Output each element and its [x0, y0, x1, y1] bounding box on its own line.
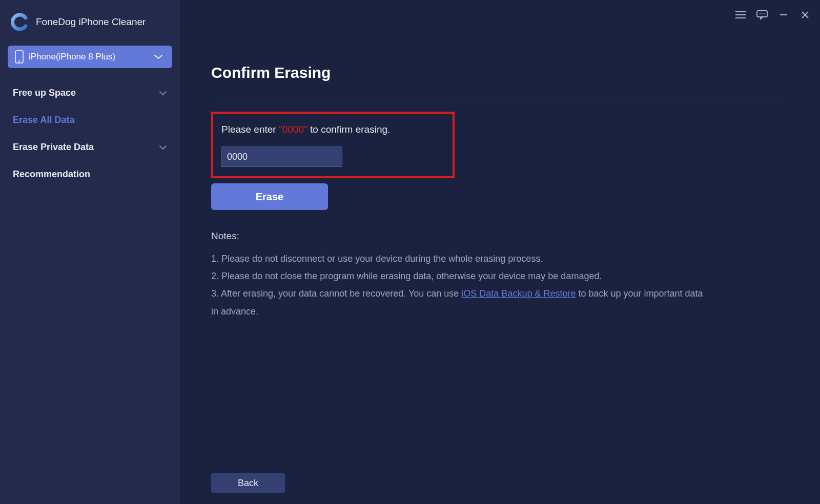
logo-row: FoneDog iPhone Cleaner — [8, 8, 172, 46]
sidebar-item-label: Erase All Data — [13, 115, 167, 125]
svg-point-6 — [760, 13, 761, 14]
notes-title: Notes: — [211, 230, 789, 242]
close-button[interactable] — [796, 7, 814, 23]
titlebar-controls — [732, 7, 814, 23]
phone-icon — [15, 50, 24, 64]
minimize-button[interactable] — [775, 7, 792, 23]
feedback-button[interactable] — [753, 7, 771, 23]
confirm-prefix: Please enter — [221, 124, 279, 135]
sidebar-item-free-up-space[interactable]: Free up Space — [8, 79, 172, 107]
chevron-down-icon — [159, 145, 167, 150]
chevron-down-icon — [159, 91, 167, 96]
note-3: 3. After erasing, your data cannot be re… — [211, 285, 703, 320]
sidebar-item-label: Free up Space — [13, 88, 159, 98]
confirm-code: "0000" — [279, 124, 308, 135]
chat-icon — [756, 10, 768, 20]
app-title: FoneDog iPhone Cleaner — [36, 16, 146, 28]
back-button[interactable]: Back — [211, 473, 285, 493]
sidebar-item-recommendation[interactable]: Recommendation — [8, 161, 172, 188]
sidebar-item-erase-all-data[interactable]: Erase All Data — [8, 107, 172, 134]
sidebar-item-label: Recommendation — [13, 169, 167, 180]
confirm-suffix: to confirm erasing. — [308, 124, 391, 135]
device-label: iPhone(iPhone 8 Plus) — [29, 52, 154, 62]
page-title: Confirm Erasing — [211, 64, 789, 81]
svg-point-8 — [764, 13, 765, 14]
svg-point-7 — [762, 13, 763, 14]
ios-backup-restore-link[interactable]: iOS Data Backup & Restore — [461, 288, 576, 299]
close-icon — [801, 10, 810, 19]
chevron-down-icon — [154, 54, 163, 60]
confirm-highlight-box: Please enter "0000" to confirm erasing. — [211, 112, 455, 178]
note-3-part-a: 3. After erasing, your data cannot be re… — [211, 288, 461, 299]
confirm-code-input[interactable] — [221, 146, 342, 167]
device-select[interactable]: iPhone(iPhone 8 Plus) — [8, 46, 172, 68]
note-2: 2. Please do not close the program while… — [211, 267, 703, 285]
sidebar-item-label: Erase Private Data — [13, 142, 159, 153]
minimize-icon — [779, 10, 788, 19]
sidebar: FoneDog iPhone Cleaner iPhone(iPhone 8 P… — [0, 0, 180, 504]
main-panel: Confirm Erasing Please enter "0000" to c… — [180, 0, 820, 504]
menu-button[interactable] — [732, 7, 749, 23]
divider — [211, 96, 789, 96]
sidebar-item-erase-private-data[interactable]: Erase Private Data — [8, 134, 172, 161]
svg-point-1 — [18, 60, 20, 62]
note-1: 1. Please do not disconnect or use your … — [211, 250, 703, 267]
app-window: FoneDog iPhone Cleaner iPhone(iPhone 8 P… — [0, 0, 820, 504]
erase-button[interactable]: Erase — [211, 183, 328, 210]
notes-block: Notes: 1. Please do not disconnect or us… — [211, 230, 789, 320]
confirm-text: Please enter "0000" to confirm erasing. — [221, 124, 444, 135]
menu-icon — [735, 10, 746, 19]
app-logo-icon — [10, 13, 29, 31]
